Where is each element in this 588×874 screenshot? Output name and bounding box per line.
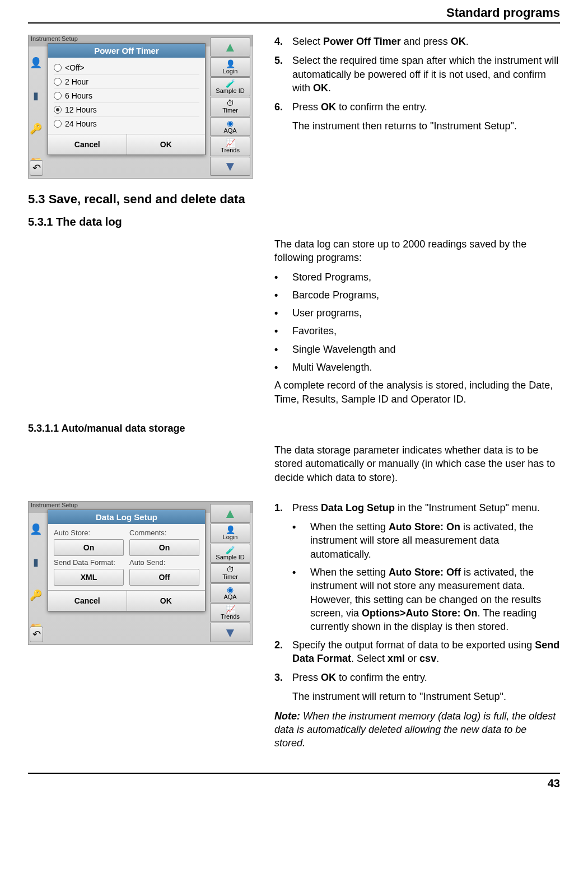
heading-5-3-1-1: 5.3.1.1 Auto/manual data storage: [28, 423, 560, 434]
step-3: 3. Press OK to confirm the entry.: [274, 671, 560, 684]
autosend-label: Auto Send:: [129, 558, 199, 567]
dialog-title: Data Log Setup: [48, 510, 205, 524]
key-icon: 🔑: [30, 589, 42, 601]
barcode-icon: ▮: [33, 556, 39, 568]
login-button: 👤Login: [210, 524, 250, 543]
bullet-barcode-programs: •Barcode Programs,: [274, 288, 560, 302]
timer-button: ⏱Timer: [210, 563, 250, 582]
autostore-value: On: [54, 539, 124, 556]
person-icon: 👤: [30, 57, 42, 69]
trends-button: 📈Trends: [210, 137, 250, 156]
sample-id-button: 🧪Sample ID: [210, 77, 250, 96]
ok-button: OK: [127, 591, 206, 611]
bullet-favorites: •Favorites,: [274, 324, 560, 338]
screenshot-left-icons: 👤 ▮ 🔑 📁: [29, 46, 43, 178]
aqa-button: ◉AQA: [210, 583, 250, 602]
note: Note: When the instrument memory (data l…: [274, 709, 560, 750]
screenshot-right-panel: ▲ 👤Login 🧪Sample ID ⏱Timer ◉AQA 📈Trends …: [210, 38, 250, 176]
ok-button: OK: [127, 134, 206, 155]
arrow-up-icon: ▲: [210, 504, 250, 523]
comments-value: On: [129, 539, 199, 556]
step-3-follow: The instrument will return to "Instrumen…: [292, 690, 560, 703]
datalog-intro: The data log can store up to 2000 readin…: [274, 237, 560, 265]
back-icon: ↶: [30, 627, 43, 642]
person-icon: 👤: [30, 523, 42, 535]
bullet-stored-programs: •Stored Programs,: [274, 270, 560, 284]
login-button: 👤Login: [210, 57, 250, 76]
sub-bullet-autostore-off: •When the setting Auto Store: Off is act…: [292, 565, 560, 633]
option-12hours: 12 Hours: [54, 103, 199, 117]
autosend-value: Off: [129, 569, 199, 586]
option-2hour: 2 Hour: [54, 75, 199, 89]
autostorage-intro: The data storage parameter indicates whe…: [274, 443, 560, 484]
option-24hours: 24 Hours: [54, 117, 199, 130]
page-number: 43: [28, 773, 560, 793]
sub-bullet-autostore-on: •When the setting Auto Store: On is acti…: [292, 520, 560, 561]
cancel-button: Cancel: [48, 591, 127, 611]
heading-5-3-1: 5.3.1 The data log: [28, 216, 560, 228]
power-off-timer-dialog: Power Off Timer <Off> 2 Hour 6 Hours 12 …: [48, 43, 206, 155]
trends-button: 📈Trends: [210, 603, 250, 622]
heading-5-3: 5.3 Save, recall, send and delete data: [28, 192, 560, 207]
aqa-button: ◉AQA: [210, 117, 250, 136]
comments-label: Comments:: [129, 529, 199, 537]
step-1: 1. Press Data Log Setup in the "Instrume…: [274, 501, 560, 515]
step-2: 2. Specify the output format of data to …: [274, 638, 560, 666]
option-off: <Off>: [54, 61, 199, 75]
arrow-up-icon: ▲: [210, 38, 250, 57]
datalog-outro: A complete record of the analysis is sto…: [274, 378, 560, 406]
back-icon: ↶: [30, 160, 43, 176]
key-icon: 🔑: [30, 123, 42, 135]
sendformat-value: XML: [54, 569, 124, 586]
screenshot-left-icons: 👤 ▮ 🔑 📁: [29, 513, 43, 644]
bullet-user-programs: •User programs,: [274, 306, 560, 320]
step-6-follow: The instrument then returns to "Instrume…: [292, 119, 560, 133]
timer-button: ⏱Timer: [210, 97, 250, 116]
power-off-timer-screenshot: Instrument Setup 👤 ▮ 🔑 📁 ↶ Power Off Tim…: [28, 35, 253, 179]
data-log-setup-dialog: Data Log Setup Auto Store: Comments: On …: [48, 510, 206, 611]
bullet-single-wavelength: •Single Wavelength and: [274, 343, 560, 356]
sample-id-button: 🧪Sample ID: [210, 544, 250, 563]
dialog-title: Power Off Timer: [48, 44, 205, 58]
screenshot-right-panel: ▲ 👤Login 🧪Sample ID ⏱Timer ◉AQA 📈Trends …: [210, 504, 250, 642]
arrow-down-icon: ▼: [210, 157, 250, 176]
cancel-button: Cancel: [48, 134, 127, 155]
barcode-icon: ▮: [33, 90, 39, 102]
autostore-label: Auto Store:: [54, 529, 124, 537]
step-6: 6. Press OK to confirm the entry.: [274, 100, 560, 114]
data-log-setup-screenshot: Instrument Setup 👤 ▮ 🔑 📁 ↶ Data Log Setu…: [28, 501, 253, 645]
option-6hours: 6 Hours: [54, 89, 199, 103]
page-header: Standard programs: [28, 0, 560, 24]
bullet-multi-wavelength: •Multi Wavelength.: [274, 361, 560, 374]
step-4: 4. Select Power Off Timer and press OK.: [274, 35, 560, 48]
sendformat-label: Send Data Format:: [54, 558, 124, 567]
step-5: 5. Select the required time span after w…: [274, 54, 560, 95]
arrow-down-icon: ▼: [210, 623, 250, 642]
